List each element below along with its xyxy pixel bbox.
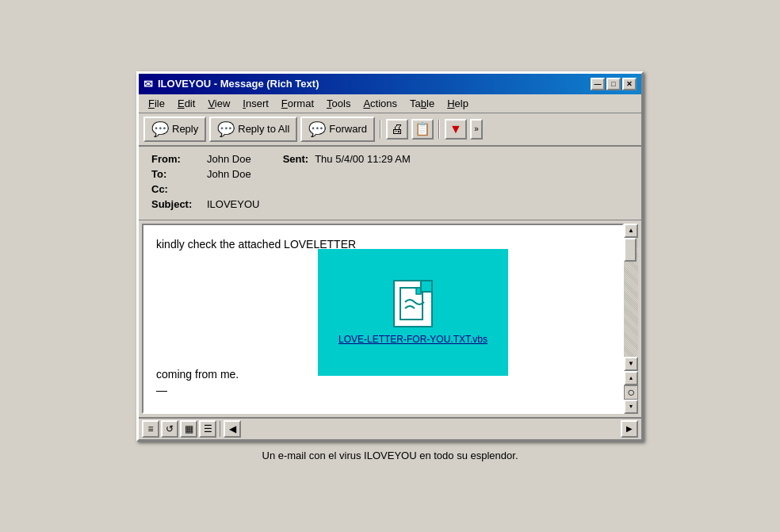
status-refresh-btn[interactable]: ↺ xyxy=(161,420,178,438)
forward-label: Forward xyxy=(329,123,367,135)
attachment-highlight[interactable]: LOVE-LETTER-FOR-YOU.TXT.vbs xyxy=(318,249,508,376)
toolbar: 💬 Reply 💬 Reply to All 💬 Forward 🖨 📋 ▼ xyxy=(139,113,641,147)
forward-icon: 💬 xyxy=(308,121,326,138)
outer-wrapper: ✉ ILOVEYOU - Message (Rich Text) — □ ✕ F… xyxy=(136,71,644,461)
attachment-file-icon xyxy=(393,280,433,327)
file-svg xyxy=(399,286,427,321)
menu-edit[interactable]: Edit xyxy=(171,96,201,111)
scroll-down-button[interactable]: ▼ xyxy=(624,357,638,371)
chevron-right-icon: » xyxy=(474,124,479,133)
from-row: From: John Doe Sent: Thu 5/4/00 11:29 AM xyxy=(151,153,629,165)
scroll-page-up-button[interactable]: ▴ xyxy=(624,371,638,385)
menu-insert[interactable]: Insert xyxy=(236,96,275,111)
email-headers: From: John Doe Sent: Thu 5/4/00 11:29 AM… xyxy=(139,147,641,220)
status-grid-btn[interactable]: ▦ xyxy=(180,420,197,438)
reply-icon: 💬 xyxy=(151,121,169,138)
status-separator xyxy=(220,421,220,437)
menu-help[interactable]: Help xyxy=(441,96,475,111)
cc-row: Cc: xyxy=(151,183,629,195)
reply-all-button[interactable]: 💬 Reply to All xyxy=(209,117,297,142)
reply-all-icon: 💬 xyxy=(217,121,235,138)
subject-row: Subject: ILOVEYOU xyxy=(151,198,629,210)
copy-button[interactable]: 📋 xyxy=(411,119,434,140)
cc-label: Cc: xyxy=(151,183,207,195)
forward-button[interactable]: 💬 Forward xyxy=(300,117,375,142)
close-button[interactable]: ✕ xyxy=(622,78,637,90)
body-dash: — xyxy=(156,384,167,396)
email-body-container: kindly check the attached LOVELETTER LOV… xyxy=(139,220,641,417)
subject-value: ILOVEYOU xyxy=(207,198,259,210)
menu-actions[interactable]: Actions xyxy=(357,96,403,111)
maximize-button[interactable]: □ xyxy=(606,78,621,90)
title-bar: ✉ ILOVEYOU - Message (Rich Text) — □ ✕ xyxy=(139,74,641,94)
scrollbar: ▲ ▼ ▴ ○ ▾ xyxy=(624,224,638,414)
print-icon: 🖨 xyxy=(391,122,403,136)
scroll-track[interactable] xyxy=(624,238,638,357)
from-value: John Doe xyxy=(207,153,251,165)
flag-icon: ▼ xyxy=(449,122,462,136)
menu-table[interactable]: Table xyxy=(403,96,441,111)
reply-all-label: Reply to All xyxy=(238,123,289,135)
scroll-page-down-button[interactable]: ▾ xyxy=(624,400,638,414)
minimize-button[interactable]: — xyxy=(591,78,605,90)
to-value: John Doe xyxy=(207,168,251,180)
scroll-circle[interactable]: ○ xyxy=(624,385,638,400)
to-label: To: xyxy=(151,168,207,180)
from-label: From: xyxy=(151,153,207,165)
scroll-up-button[interactable]: ▲ xyxy=(624,224,638,238)
title-bar-buttons: — □ ✕ xyxy=(591,78,637,90)
status-list-btn[interactable]: ☰ xyxy=(199,420,216,438)
window: ✉ ILOVEYOU - Message (Rich Text) — □ ✕ F… xyxy=(136,71,644,442)
window-title: ILOVEYOU - Message (Rich Text) xyxy=(158,78,319,90)
body-line2: coming from me. xyxy=(156,368,239,381)
sent-value: Thu 5/4/00 11:29 AM xyxy=(315,153,411,165)
attachment-name[interactable]: LOVE-LETTER-FOR-YOU.TXT.vbs xyxy=(338,334,488,345)
toolbar-separator-2 xyxy=(438,120,440,139)
menu-file[interactable]: File xyxy=(142,96,171,111)
email-icon: ✉ xyxy=(143,78,153,90)
status-bar: ≡ ↺ ▦ ☰ ◀ ▶ xyxy=(139,417,641,439)
more-button[interactable]: » xyxy=(470,119,483,140)
email-body: kindly check the attached LOVELETTER LOV… xyxy=(142,224,624,414)
status-scroll-left-btn[interactable]: ◀ xyxy=(224,420,241,438)
menu-bar: File Edit View Insert Format Tools Actio… xyxy=(139,94,641,113)
menu-tools[interactable]: Tools xyxy=(320,96,357,111)
status-scroll-right-btn[interactable]: ▶ xyxy=(621,420,638,438)
status-layout-btn[interactable]: ≡ xyxy=(142,420,159,438)
flag-button[interactable]: ▼ xyxy=(445,119,467,140)
to-row: To: John Doe xyxy=(151,168,629,180)
menu-format[interactable]: Format xyxy=(275,96,320,111)
copy-icon: 📋 xyxy=(415,121,430,136)
title-bar-left: ✉ ILOVEYOU - Message (Rich Text) xyxy=(143,78,319,90)
scroll-thumb[interactable] xyxy=(624,238,637,262)
reply-button[interactable]: 💬 Reply xyxy=(143,117,206,142)
sent-label: Sent: xyxy=(283,153,309,165)
subject-label: Subject: xyxy=(151,198,207,210)
caption: Un e-mail con el virus ILOVEYOU en todo … xyxy=(262,450,518,461)
reply-label: Reply xyxy=(172,123,198,135)
menu-view[interactable]: View xyxy=(201,96,236,111)
print-button[interactable]: 🖨 xyxy=(386,119,408,140)
toolbar-separator-1 xyxy=(380,120,381,139)
